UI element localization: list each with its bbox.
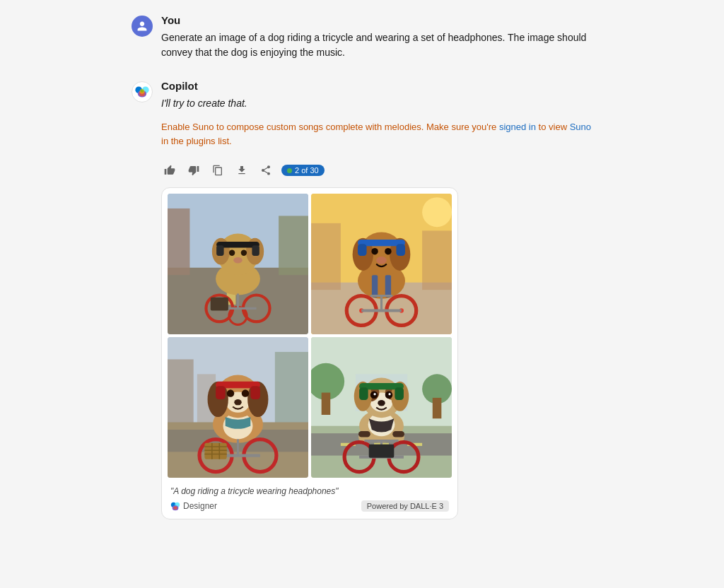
user-content: You Generate an image of a dog riding a … <box>161 14 592 60</box>
image-cell-2[interactable] <box>311 194 452 334</box>
dog-image-1-svg <box>168 194 308 334</box>
svg-point-100 <box>374 393 376 395</box>
copilot-logo-icon <box>134 84 150 100</box>
svg-rect-41 <box>396 244 405 256</box>
image-cell-3[interactable] <box>168 337 308 478</box>
svg-rect-68 <box>250 386 260 399</box>
svg-rect-43 <box>385 275 391 297</box>
image-grid <box>168 194 452 478</box>
action-bar: 2 of 30 <box>161 162 592 179</box>
svg-rect-19 <box>216 245 223 256</box>
svg-rect-40 <box>358 244 367 256</box>
svg-rect-113 <box>358 431 370 437</box>
count-badge: 2 of 30 <box>281 165 325 176</box>
dog-image-2-svg <box>311 194 452 334</box>
suno-notice: Enable Suno to compose custom songs comp… <box>161 120 592 148</box>
thumbs-down-button[interactable] <box>185 162 202 179</box>
copilot-avatar <box>132 81 153 102</box>
svg-rect-10 <box>279 216 308 275</box>
svg-rect-67 <box>216 386 226 399</box>
svg-point-36 <box>371 248 378 254</box>
svg-point-101 <box>388 393 390 395</box>
svg-point-102 <box>378 400 385 406</box>
svg-point-28 <box>422 197 452 227</box>
download-button[interactable] <box>233 162 250 179</box>
svg-rect-30 <box>311 223 341 290</box>
svg-point-16 <box>241 250 247 256</box>
svg-rect-42 <box>372 275 378 297</box>
copy-button[interactable] <box>209 162 226 179</box>
suno-signin-link[interactable]: signed in <box>499 122 536 132</box>
designer-label: Designer <box>170 501 217 511</box>
svg-rect-81 <box>322 393 331 415</box>
dog-image-4-svg <box>311 337 452 478</box>
suno-link[interactable]: Suno <box>570 122 591 132</box>
copy-icon <box>212 165 223 176</box>
count-dot <box>287 168 292 173</box>
copilot-message: Copilot I'll try to create that. Enable … <box>132 80 592 519</box>
user-name: You <box>161 14 592 26</box>
thumbs-up-button[interactable] <box>161 162 178 179</box>
image-cell-4[interactable] <box>311 337 452 478</box>
designer-label-text: Designer <box>183 501 217 511</box>
svg-point-37 <box>385 248 391 254</box>
dog-image-3-svg <box>168 337 308 478</box>
svg-point-64 <box>242 389 249 396</box>
svg-rect-104 <box>359 387 368 400</box>
svg-point-63 <box>227 389 234 396</box>
svg-rect-26 <box>211 298 228 311</box>
designer-icon <box>170 501 180 511</box>
svg-point-15 <box>229 250 235 256</box>
user-message-text: Generate an image of a dog riding a tric… <box>161 30 592 60</box>
download-icon <box>236 165 247 176</box>
svg-rect-9 <box>168 208 189 275</box>
image-card: "A dog riding a tricycle wearing headpho… <box>161 187 458 519</box>
svg-point-17 <box>233 257 243 263</box>
thumbs-up-icon <box>164 165 175 176</box>
user-avatar <box>132 16 153 37</box>
svg-point-38 <box>376 257 387 264</box>
svg-rect-83 <box>433 398 442 418</box>
count-label: 2 of 30 <box>295 166 319 175</box>
svg-rect-105 <box>395 387 404 400</box>
thumbs-down-icon <box>188 165 199 176</box>
svg-rect-115 <box>369 445 395 458</box>
user-message: You Generate an image of a dog riding a … <box>132 14 592 60</box>
svg-rect-20 <box>252 245 259 256</box>
svg-rect-53 <box>275 352 308 433</box>
copilot-name: Copilot <box>161 80 592 92</box>
image-footer: Designer Powered by DALL·E 3 <box>168 498 452 513</box>
svg-rect-31 <box>422 230 452 290</box>
svg-rect-73 <box>204 443 226 459</box>
share-icon <box>260 165 272 176</box>
chat-container: You Generate an image of a dog riding a … <box>115 0 609 551</box>
image-caption: "A dog riding a tricycle wearing headpho… <box>168 483 452 498</box>
image-cell-1[interactable] <box>168 194 308 334</box>
copilot-reply-text: I'll try to create that. <box>161 98 592 109</box>
svg-point-119 <box>173 506 177 509</box>
dalle-badge: Powered by DALL·E 3 <box>361 500 449 512</box>
share-button[interactable] <box>257 162 274 179</box>
user-icon <box>136 20 148 32</box>
svg-point-5 <box>141 89 144 93</box>
svg-rect-114 <box>392 431 404 437</box>
copilot-content: Copilot I'll try to create that. Enable … <box>161 80 592 519</box>
svg-point-65 <box>234 399 241 405</box>
